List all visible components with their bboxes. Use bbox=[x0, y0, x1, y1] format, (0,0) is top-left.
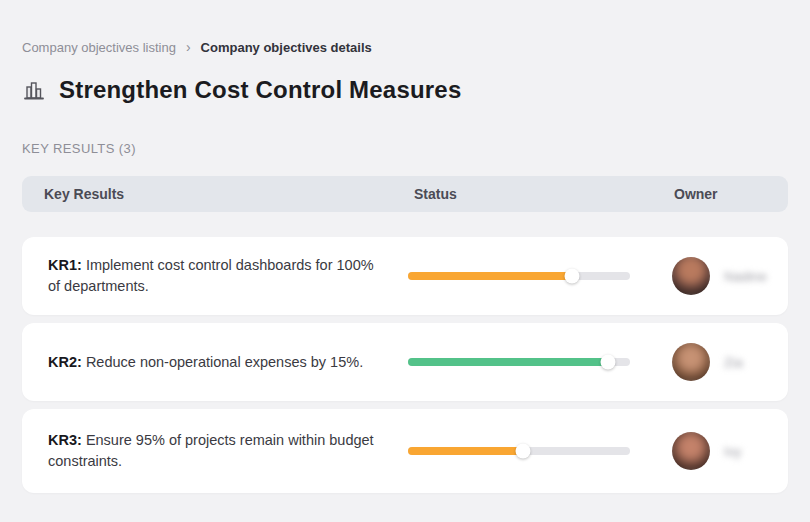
avatar bbox=[672, 257, 710, 295]
breadcrumb-details-current: Company objectives details bbox=[201, 40, 372, 55]
kr1-description: KR1: Implement cost control dashboards f… bbox=[22, 239, 408, 313]
kr3-status-cell bbox=[408, 447, 672, 455]
kr3-label: KR3: bbox=[48, 432, 82, 448]
kr1-slider-knob[interactable] bbox=[565, 269, 580, 284]
column-header-key-results: Key Results bbox=[22, 186, 408, 202]
key-result-row-kr3[interactable]: KR3: Ensure 95% of projects remain withi… bbox=[22, 409, 788, 493]
kr1-progress-fill bbox=[408, 272, 572, 280]
chevron-right-icon: › bbox=[186, 40, 191, 54]
kr2-owner-cell: Zia bbox=[672, 343, 788, 381]
key-result-row-kr1[interactable]: KR1: Implement cost control dashboards f… bbox=[22, 237, 788, 315]
kr2-status-cell bbox=[408, 358, 672, 366]
owner-name: Ivy bbox=[724, 444, 741, 459]
kr3-slider-knob[interactable] bbox=[516, 444, 531, 459]
buildings-chart-icon bbox=[22, 78, 46, 102]
kr3-progress-slider[interactable] bbox=[408, 447, 630, 455]
owner-name: Nadine bbox=[724, 269, 767, 284]
table-header: Key Results Status Owner bbox=[22, 176, 788, 212]
kr3-owner-cell: Ivy bbox=[672, 432, 788, 470]
objective-title-row: Strengthen Cost Control Measures bbox=[22, 76, 788, 104]
kr1-text: Implement cost control dashboards for 10… bbox=[48, 257, 374, 294]
breadcrumb: Company objectives listing › Company obj… bbox=[22, 0, 788, 55]
kr2-description: KR2: Reduce non-operational expenses by … bbox=[22, 336, 408, 389]
key-result-row-kr2[interactable]: KR2: Reduce non-operational expenses by … bbox=[22, 323, 788, 401]
owner-name: Zia bbox=[724, 355, 743, 370]
column-header-owner: Owner bbox=[672, 186, 788, 202]
kr2-progress-fill bbox=[408, 358, 608, 366]
column-header-status: Status bbox=[408, 186, 672, 202]
kr3-progress-fill bbox=[408, 447, 523, 455]
kr2-slider-knob[interactable] bbox=[600, 355, 615, 370]
kr2-label: KR2: bbox=[48, 354, 82, 370]
kr1-owner-cell: Nadine bbox=[672, 257, 788, 295]
kr2-progress-slider[interactable] bbox=[408, 358, 630, 366]
breadcrumb-listing-link[interactable]: Company objectives listing bbox=[22, 40, 176, 55]
kr3-text: Ensure 95% of projects remain within bud… bbox=[48, 432, 374, 469]
kr1-progress-slider[interactable] bbox=[408, 272, 630, 280]
objective-details-page: Company objectives listing › Company obj… bbox=[0, 0, 810, 493]
kr1-status-cell bbox=[408, 272, 672, 280]
avatar bbox=[672, 432, 710, 470]
kr1-label: KR1: bbox=[48, 257, 82, 273]
key-results-count-label: KEY RESULTS (3) bbox=[22, 141, 788, 156]
kr2-text: Reduce non-operational expenses by 15%. bbox=[86, 354, 363, 370]
key-results-list: KR1: Implement cost control dashboards f… bbox=[22, 237, 788, 493]
kr3-description: KR3: Ensure 95% of projects remain withi… bbox=[22, 414, 408, 488]
page-title: Strengthen Cost Control Measures bbox=[59, 76, 461, 104]
avatar bbox=[672, 343, 710, 381]
